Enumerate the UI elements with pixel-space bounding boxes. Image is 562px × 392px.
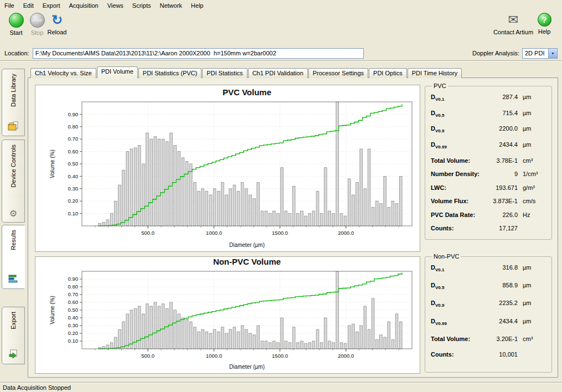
stat-row-total-volume: Total Volume: 3.78E-1 cm³ [431,156,546,166]
tab-ch1-pdi-validation[interactable]: Ch1 PDI Validation [248,68,308,78]
status-text: Data Acquisition Stopped [3,384,71,391]
svg-text:0.50: 0.50 [68,307,79,313]
contact-artium-label: Contact Artium [493,29,533,35]
contact-artium-button[interactable]: ✉ Contact Artium [492,13,534,35]
doppler-analysis-select[interactable]: 2D PDI ▼ [522,48,558,59]
reload-button[interactable]: ↻ Reload [41,13,73,35]
help-button[interactable]: ? Help [532,13,557,35]
stat-row-counts: Counts: 10,001 [431,350,546,359]
stat-unit: µm [523,263,546,272]
sidebar-item-export[interactable]: Export [2,307,25,364]
sidebar: Data Library Device Controls ⚙ Results E… [0,62,27,382]
stat-row-pvc-data-rate: PVC Data Rate: 226.0 Hz [431,210,546,220]
svg-text:0.20: 0.20 [68,198,79,204]
stat-unit: µm [523,124,546,133]
tab-pdi-time-history[interactable]: PDI Time History [408,68,462,78]
menu-item-scripts[interactable]: Scripts [128,1,156,10]
stat-value: 2434.4 [481,317,518,326]
stat-row-lwc: LWC: 193.671 g/m³ [431,183,546,193]
svg-text:0.90: 0.90 [68,276,79,282]
svg-text:Diameter (µm): Diameter (µm) [229,242,265,248]
stat-value: 193.671 [481,183,518,193]
stat-unit: cm/s [523,197,546,206]
chevron-down-icon: ▼ [548,49,557,58]
stat-row-volume-flux: Volume Flux: 3.873E-1 cm/s [431,197,546,206]
pvc-volume-chart-panel: 0.100.200.300.400.500.600.700.800.90500.… [35,85,420,252]
menu-item-views[interactable]: Views [103,1,128,10]
svg-text:0.30: 0.30 [68,185,79,192]
svg-text:0.70: 0.70 [68,136,79,142]
stat-value: 2235.2 [481,298,518,308]
stat-value: 10,001 [481,350,518,359]
toolbar: Start STOP Stop ↻ Reload ✉ Contact Artiu… [0,11,562,46]
svg-text:0.60: 0.60 [68,299,79,305]
status-bar: Data Acquisition Stopped [0,382,562,392]
menu-item-network[interactable]: Network [155,1,186,10]
menu-item-export[interactable]: Export [38,1,65,10]
stat-value: 287.4 [481,92,518,102]
stat-row-dv099: DV0.99 2434.4 µm [431,140,546,152]
svg-text:1500.0: 1500.0 [272,353,288,359]
svg-text:2000.0: 2000.0 [338,230,354,236]
svg-text:0.10: 0.10 [68,210,79,216]
stat-value: 316.8 [481,263,518,272]
stat-value: 715.4 [481,109,518,118]
stat-value: 858.9 [481,281,518,290]
menu-item-edit[interactable]: Edit [19,1,38,10]
stat-value: 3.873E-1 [481,197,518,206]
stat-unit: cm³ [523,156,546,166]
sidebar-item-results[interactable]: Results [2,225,25,289]
doppler-analysis-label: Doppler Analysis: [472,50,519,56]
svg-text:Non-PVC Volume: Non-PVC Volume [213,257,281,266]
svg-text:Diameter (µm): Diameter (µm) [229,364,265,370]
tab-ch1-velocity-vs-size[interactable]: Ch1 Velocity vs. Size [30,68,96,78]
tab-pdi-volume[interactable]: PDI Volume [97,66,138,78]
stat-row-dv05: DV0.5 858.9 µm [431,281,546,292]
svg-text:1500.0: 1500.0 [272,230,288,236]
svg-text:0.50: 0.50 [68,161,79,167]
svg-text:0.80: 0.80 [68,283,79,290]
pvc-group-title: PVC [432,82,448,89]
svg-text:1000.0: 1000.0 [206,230,222,236]
svg-text:500.0: 500.0 [141,230,154,236]
help-label: Help [538,28,551,35]
stat-unit: 1/cm³ [523,169,546,179]
svg-text:PVC Volume: PVC Volume [223,87,271,97]
stat-value: 2434.4 [481,140,518,149]
data-library-icon [8,118,19,132]
svg-text:500.0: 500.0 [141,353,154,359]
stat-value: 9 [481,169,518,179]
pvc-volume-chart: 0.100.200.300.400.500.600.700.800.90500.… [35,85,420,251]
stat-unit: µm [523,281,546,290]
menu-item-acquisition[interactable]: Acquisition [65,1,103,10]
location-row: Location: Doppler Analysis: 2D PDI ▼ [0,46,562,61]
stat-unit: µm [523,317,546,326]
stat-row-number-density: Number Density: 9 1/cm³ [431,169,546,179]
menu-item-help[interactable]: Help [187,1,208,10]
sidebar-item-device-controls[interactable]: Device Controls ⚙ [2,140,25,223]
nonpvc-volume-chart-panel: 0.100.200.300.400.500.600.700.800.90500.… [35,256,420,374]
tab-pdi-optics[interactable]: PDI Optics [369,68,407,78]
stat-row-dv099: DV0.99 2434.4 µm [431,317,546,328]
envelope-icon: ✉ [508,13,518,27]
sidebar-item-data-library[interactable]: Data Library [2,69,25,136]
svg-text:0.70: 0.70 [68,291,79,297]
stat-value: 226.0 [481,210,518,220]
help-icon: ? [538,13,551,27]
stat-unit: Hz [523,210,546,220]
tab-pdi-statistics-pvc[interactable]: PDI Statistics (PVC) [138,68,202,78]
export-arrow-icon [8,346,18,360]
stat-row-counts: Counts: 17,127 [431,224,546,233]
location-input[interactable] [33,48,364,59]
stat-row-dv01: DV0.1 316.8 µm [431,263,546,275]
stat-value: 3.78E-1 [481,156,518,166]
tab-pdi-statistics[interactable]: PDI Statistics [202,68,247,78]
menu-item-file[interactable]: File [0,1,19,10]
svg-text:0.90: 0.90 [68,111,79,117]
doppler-analysis-value: 2D PDI [523,50,548,56]
svg-text:2000.0: 2000.0 [338,353,354,359]
reload-label: Reload [48,29,67,35]
statistics-column: PVC DV0.1 287.4 µm DV0.5 715.4 µm DV0.9 … [424,78,555,378]
tab-processor-settings[interactable]: Processor Settings [308,68,368,78]
nonpvc-group-title: Non-PVC [432,253,461,260]
